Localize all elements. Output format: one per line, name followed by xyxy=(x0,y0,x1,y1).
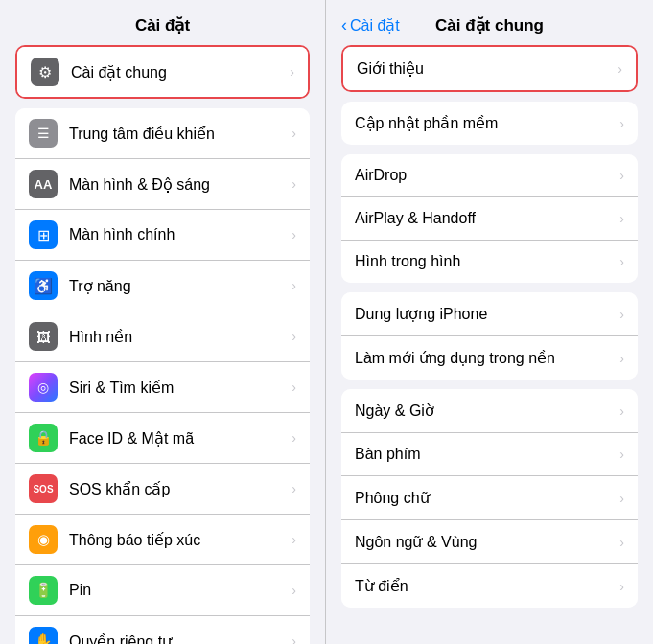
right-item-hinh-trong-hinh[interactable]: Hình trong hình › xyxy=(341,241,638,283)
left-group-2: ☰ Trung tâm điều khiển › AA Màn hình & Đ… xyxy=(15,108,310,644)
left-group-1: ⚙ Cài đặt chung › xyxy=(15,45,310,99)
left-item-manhinhchinh[interactable]: ⊞ Màn hình chính › xyxy=(15,210,310,261)
manhinhchinh-label: Màn hình chính xyxy=(69,226,292,243)
thong-icon: ◉ xyxy=(29,525,58,554)
left-title: Cài đặt xyxy=(0,0,325,45)
left-item-siri[interactable]: ◎ Siri & Tìm kiếm › xyxy=(15,362,310,413)
siri-label: Siri & Tìm kiếm xyxy=(69,379,292,397)
trungtam-label: Trung tâm điều khiển xyxy=(69,125,292,143)
airplay-label: AirPlay & Handoff xyxy=(355,210,619,227)
caidat-icon: ⚙ xyxy=(31,58,59,86)
caidat-label: Cài đặt chung xyxy=(71,63,290,81)
ngon-ngu-label: Ngôn ngữ & Vùng xyxy=(355,533,619,551)
trungtam-icon: ☰ xyxy=(29,119,58,148)
caidat-chevron: › xyxy=(290,64,294,80)
right-item-tu-dien[interactable]: Từ điển › xyxy=(341,564,638,608)
left-item-manhinh[interactable]: AA Màn hình & Độ sáng › xyxy=(15,159,310,210)
back-button[interactable]: ‹ Cài đặt xyxy=(341,15,400,35)
right-group-1: Giới thiệu › xyxy=(341,45,638,92)
right-group-2: Cập nhật phần mềm › xyxy=(341,102,638,145)
left-item-pin[interactable]: 🔋 Pin › xyxy=(15,565,310,616)
right-item-ngon-ngu[interactable]: Ngôn ngữ & Vùng › xyxy=(341,520,638,564)
thong-label: Thông báo tiếp xúc xyxy=(69,531,292,549)
airdrop-label: AirDrop xyxy=(355,167,619,184)
right-panel: ‹ Cài đặt Cài đặt chung Giới thiệu › Cập… xyxy=(326,0,653,644)
quyen-label: Quyền riêng tư xyxy=(69,632,292,645)
left-item-trungtam[interactable]: ☰ Trung tâm điều khiển › xyxy=(15,108,310,159)
back-label: Cài đặt xyxy=(350,16,400,34)
hinh-icon: 🖼 xyxy=(29,322,58,351)
right-item-gioi-thieu[interactable]: Giới thiệu › xyxy=(343,47,636,90)
lam-moi-label: Làm mới ứng dụng trong nền xyxy=(355,349,619,367)
cap-nhat-label: Cập nhật phần mềm xyxy=(355,114,619,132)
sos-icon: SOS xyxy=(29,474,58,503)
left-settings-list: ⚙ Cài đặt chung › ☰ Trung tâm điều khiển… xyxy=(0,45,325,644)
right-header: ‹ Cài đặt Cài đặt chung xyxy=(326,0,653,45)
right-group-5: Ngày & Giờ › Bàn phím › Phông chữ › Ngôn… xyxy=(341,389,638,608)
right-item-lam-moi[interactable]: Làm mới ứng dụng trong nền › xyxy=(341,336,638,380)
pin-icon: 🔋 xyxy=(29,576,58,605)
right-item-airdrop[interactable]: AirDrop › xyxy=(341,154,638,197)
dung-luong-label: Dung lượng iPhone xyxy=(355,305,619,323)
right-item-cap-nhat[interactable]: Cập nhật phần mềm › xyxy=(341,102,638,145)
right-item-airplay[interactable]: AirPlay & Handoff › xyxy=(341,197,638,241)
left-item-quyen[interactable]: ✋ Quyền riêng tư › xyxy=(15,616,310,644)
ngay-gio-label: Ngày & Giờ xyxy=(355,402,619,420)
right-group-3: AirDrop › AirPlay & Handoff › Hình trong… xyxy=(341,154,638,283)
back-chevron-icon: ‹ xyxy=(341,15,347,35)
sos-label: SOS khẩn cấp xyxy=(69,480,292,498)
phong-chu-label: Phông chữ xyxy=(355,489,619,507)
hinh-trong-hinh-label: Hình trong hình xyxy=(355,253,619,270)
left-item-hinh[interactable]: 🖼 Hình nền › xyxy=(15,311,310,362)
right-content: Giới thiệu › Cập nhật phần mềm › AirDrop… xyxy=(326,45,653,644)
siri-icon: ◎ xyxy=(29,373,58,402)
manhinh-icon: AA xyxy=(29,170,58,198)
left-item-faceid[interactable]: 🔒 Face ID & Mật mã › xyxy=(15,413,310,464)
right-item-dung-luong[interactable]: Dung lượng iPhone › xyxy=(341,292,638,336)
right-title: Cài đặt chung xyxy=(435,15,544,35)
faceid-label: Face ID & Mật mã xyxy=(69,429,292,448)
quyen-icon: ✋ xyxy=(29,627,58,644)
pin-label: Pin xyxy=(69,582,292,599)
manhinhchinh-icon: ⊞ xyxy=(29,220,58,249)
faceid-icon: 🔒 xyxy=(29,424,58,452)
tro-label: Trợ năng xyxy=(69,277,292,295)
right-group-4: Dung lượng iPhone › Làm mới ứng dụng tro… xyxy=(341,292,638,380)
right-item-phong-chu[interactable]: Phông chữ › xyxy=(341,476,638,520)
gioi-thieu-label: Giới thiệu xyxy=(357,59,618,78)
left-item-caidat[interactable]: ⚙ Cài đặt chung › xyxy=(17,47,308,97)
left-item-thong[interactable]: ◉ Thông báo tiếp xúc › xyxy=(15,515,310,565)
tro-icon: ♿ xyxy=(29,271,58,300)
ban-phim-label: Bàn phím xyxy=(355,446,619,463)
tu-dien-label: Từ điển xyxy=(355,577,619,595)
left-item-sos[interactable]: SOS SOS khẩn cấp › xyxy=(15,464,310,515)
hinh-label: Hình nền xyxy=(69,328,292,346)
manhinh-label: Màn hình & Độ sáng xyxy=(69,175,292,194)
right-item-ngay-gio[interactable]: Ngày & Giờ › xyxy=(341,389,638,433)
right-item-ban-phim[interactable]: Bàn phím › xyxy=(341,433,638,476)
left-panel: Cài đặt ⚙ Cài đặt chung › ☰ Trung tâm đi… xyxy=(0,0,326,644)
left-item-tro[interactable]: ♿ Trợ năng › xyxy=(15,261,310,311)
